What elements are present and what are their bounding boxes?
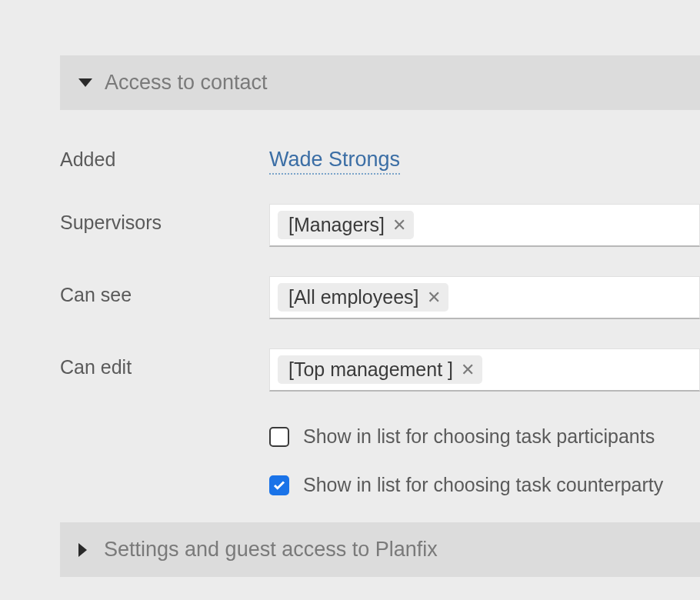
section-header-access[interactable]: Access to contact	[60, 55, 700, 110]
close-icon[interactable]: ✕	[392, 217, 406, 234]
chevron-right-icon	[78, 543, 87, 557]
added-user-link[interactable]: Wade Strongs	[269, 148, 400, 175]
participants-checkbox-label: Show in list for choosing task participa…	[303, 425, 655, 448]
tag-label: [All employees]	[288, 286, 419, 308]
counterparty-checkbox-label: Show in list for choosing task counterpa…	[303, 474, 663, 496]
supervisors-input[interactable]: [Managers] ✕	[269, 204, 700, 247]
added-label: Added	[60, 141, 269, 171]
can-edit-tag: [Top management ] ✕	[278, 355, 482, 384]
can-see-label: Can see	[60, 276, 269, 306]
close-icon[interactable]: ✕	[461, 362, 475, 378]
check-icon	[272, 478, 286, 492]
tag-label: [Top management ]	[288, 358, 453, 381]
can-edit-label: Can edit	[60, 348, 269, 378]
can-edit-input[interactable]: [Top management ] ✕	[269, 348, 700, 392]
supervisors-label: Supervisors	[60, 204, 269, 234]
participants-checkbox[interactable]	[269, 427, 289, 447]
chevron-down-icon	[78, 78, 92, 87]
counterparty-checkbox[interactable]	[269, 475, 289, 495]
section-header-settings[interactable]: Settings and guest access to Planfix	[60, 522, 700, 577]
section-title-settings: Settings and guest access to Planfix	[104, 538, 438, 562]
can-see-input[interactable]: [All employees] ✕	[269, 276, 700, 319]
tag-label: [Managers]	[288, 214, 385, 236]
can-see-tag: [All employees] ✕	[278, 283, 448, 312]
supervisors-tag: [Managers] ✕	[278, 211, 414, 239]
section-title-access: Access to contact	[105, 71, 268, 95]
close-icon[interactable]: ✕	[427, 289, 441, 306]
